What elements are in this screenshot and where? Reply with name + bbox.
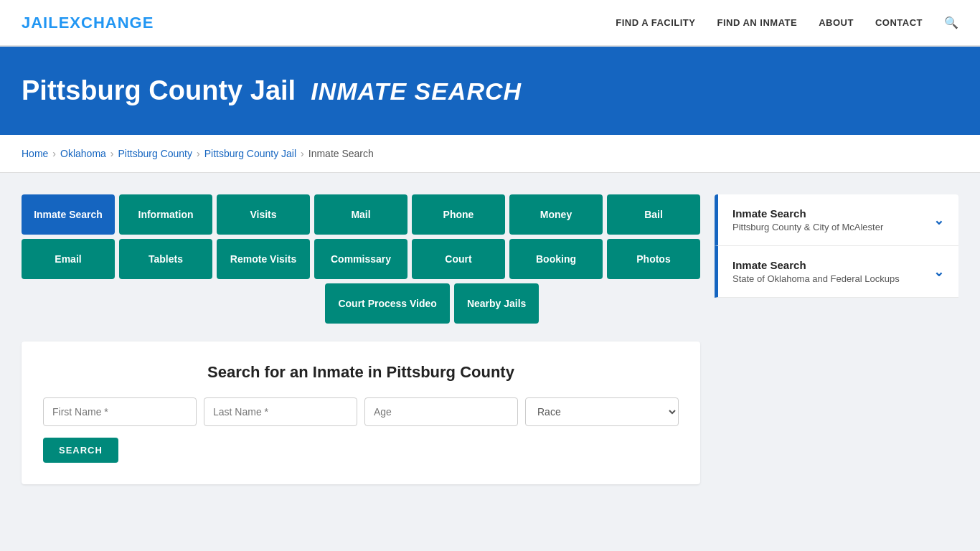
race-select[interactable]: Race White Black Hispanic Asian Other xyxy=(525,397,679,426)
hero-banner: Pittsburg County Jail INMATE SEARCH xyxy=(0,47,980,135)
tab-photos[interactable]: Photos xyxy=(607,239,700,279)
breadcrumb-sep-1: › xyxy=(52,148,56,159)
tab-mail[interactable]: Mail xyxy=(314,194,407,235)
tab-phone[interactable]: Phone xyxy=(412,194,505,235)
hero-title-italic: INMATE SEARCH xyxy=(311,77,522,105)
main-nav: FIND A FACILITY FIND AN INMATE ABOUT CON… xyxy=(616,16,958,29)
hero-title-main: Pittsburg County Jail xyxy=(22,75,296,105)
tab-bail[interactable]: Bail xyxy=(607,194,700,235)
search-form-fields: Race White Black Hispanic Asian Other xyxy=(43,397,679,426)
breadcrumb: Home › Oklahoma › Pittsburg County › Pit… xyxy=(22,148,958,159)
nav-find-inmate[interactable]: FIND AN INMATE xyxy=(717,17,797,28)
tab-row-1: Inmate Search Information Visits Mail Ph… xyxy=(22,194,700,235)
sidebar-card-county[interactable]: Inmate Search Pittsburg County & City of… xyxy=(715,194,958,246)
sidebar-card-county-title: Inmate Search xyxy=(732,207,883,220)
site-logo[interactable]: JAILEXCHANGE xyxy=(22,14,154,32)
search-form-title: Search for an Inmate in Pittsburg County xyxy=(43,363,679,382)
logo-exchange: EXCHANGE xyxy=(59,14,154,32)
site-header: JAILEXCHANGE FIND A FACILITY FIND AN INM… xyxy=(0,0,980,47)
tab-email[interactable]: Email xyxy=(22,239,115,279)
breadcrumb-oklahoma[interactable]: Oklahoma xyxy=(60,148,106,159)
breadcrumb-current: Inmate Search xyxy=(308,148,374,159)
first-name-input[interactable] xyxy=(43,397,197,426)
tab-row-2: Email Tablets Remote Visits Commissary C… xyxy=(22,239,700,279)
sidebar-card-county-text: Inmate Search Pittsburg County & City of… xyxy=(732,207,883,232)
nav-contact[interactable]: CONTACT xyxy=(875,17,923,28)
nav-about[interactable]: ABOUT xyxy=(819,17,854,28)
sidebar-card-state-text: Inmate Search State of Oklahoma and Fede… xyxy=(732,259,900,284)
nav-find-facility[interactable]: FIND A FACILITY xyxy=(616,17,695,28)
tab-row-3: Court Process Video Nearby Jails xyxy=(22,283,700,324)
page-title: Pittsburg County Jail INMATE SEARCH xyxy=(22,75,958,106)
breadcrumb-sep-4: › xyxy=(301,148,304,159)
breadcrumb-sep-3: › xyxy=(197,148,200,159)
sidebar-card-county-subtitle: Pittsburg County & City of McAlester xyxy=(732,222,883,232)
chevron-down-icon: ⌄ xyxy=(933,212,944,228)
breadcrumb-bar: Home › Oklahoma › Pittsburg County › Pit… xyxy=(0,135,980,173)
tab-commissary[interactable]: Commissary xyxy=(314,239,407,279)
tab-nearby-jails[interactable]: Nearby Jails xyxy=(454,283,540,324)
search-form-box: Search for an Inmate in Pittsburg County… xyxy=(22,342,700,484)
tab-court-process-video[interactable]: Court Process Video xyxy=(325,283,449,324)
search-button[interactable]: SEARCH xyxy=(43,438,118,463)
right-sidebar: Inmate Search Pittsburg County & City of… xyxy=(715,194,958,298)
main-content: Inmate Search Information Visits Mail Ph… xyxy=(0,173,980,506)
age-input[interactable] xyxy=(364,397,518,426)
left-column: Inmate Search Information Visits Mail Ph… xyxy=(22,194,700,484)
chevron-down-icon-2: ⌄ xyxy=(933,264,944,280)
sidebar-card-state-subtitle: State of Oklahoma and Federal Lockups xyxy=(732,273,900,284)
tab-remote-visits[interactable]: Remote Visits xyxy=(217,239,310,279)
breadcrumb-sep-2: › xyxy=(110,148,114,159)
tab-inmate-search[interactable]: Inmate Search xyxy=(22,194,115,235)
logo-jail: JAIL xyxy=(22,14,59,32)
tab-information[interactable]: Information xyxy=(119,194,212,235)
last-name-input[interactable] xyxy=(204,397,357,426)
tab-tablets[interactable]: Tablets xyxy=(119,239,212,279)
sidebar-card-state[interactable]: Inmate Search State of Oklahoma and Fede… xyxy=(715,246,958,298)
tab-money[interactable]: Money xyxy=(509,194,603,235)
breadcrumb-jail[interactable]: Pittsburg County Jail xyxy=(204,148,296,159)
tab-court[interactable]: Court xyxy=(412,239,505,279)
tab-booking[interactable]: Booking xyxy=(509,239,603,279)
breadcrumb-pittsburg-county[interactable]: Pittsburg County xyxy=(118,148,193,159)
breadcrumb-home[interactable]: Home xyxy=(22,148,48,159)
sidebar-card-state-title: Inmate Search xyxy=(732,259,900,271)
tab-visits[interactable]: Visits xyxy=(217,194,310,235)
search-icon[interactable]: 🔍 xyxy=(944,16,958,29)
